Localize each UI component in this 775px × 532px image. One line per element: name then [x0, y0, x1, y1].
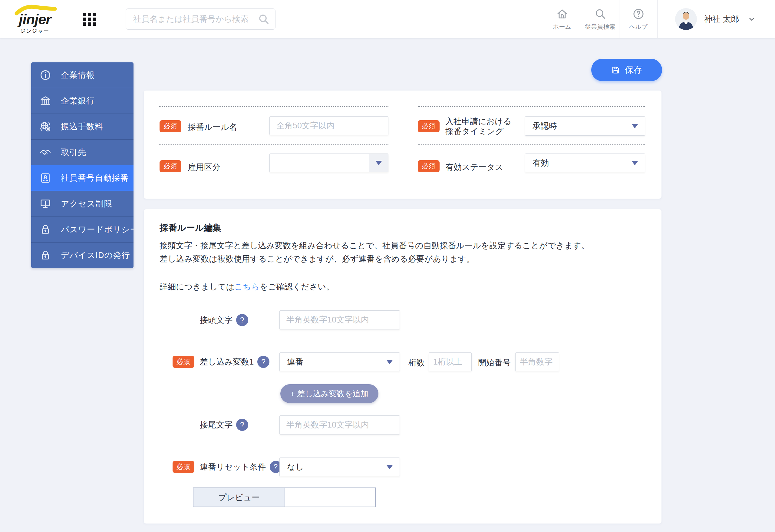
variable1-select[interactable]: 連番	[279, 353, 400, 371]
prefix-label: 接頭文字	[200, 315, 232, 326]
variable1-label-row: 差し込み変数1 ?	[200, 356, 269, 368]
sidebar-item-label: 企業銀行	[61, 95, 95, 106]
help-icon[interactable]: ?	[236, 314, 248, 326]
sidebar-item-label: 企業情報	[61, 70, 95, 80]
timing-label-line1: 入社申請における	[445, 117, 512, 126]
search-icon	[594, 8, 607, 20]
nav-help-button[interactable]: ヘルプ	[619, 0, 657, 38]
chevron-down-icon	[748, 15, 756, 23]
start-number-label: 開始番号	[478, 357, 511, 368]
rule-name-label: 採番ルール名	[188, 122, 237, 133]
dropdown-arrow-icon	[375, 161, 382, 165]
employment-type-select[interactable]	[269, 153, 389, 172]
sidebar-item-label: 振込手数料	[61, 121, 103, 132]
sidebar-item-access-restriction[interactable]: アクセス制限	[31, 191, 133, 216]
variable1-label: 差し込み変数1	[200, 356, 254, 367]
save-icon	[611, 65, 620, 75]
nav-employee-search-button[interactable]: 従業員検索	[581, 0, 619, 38]
preview-table: プレビュー	[193, 488, 376, 507]
required-badge: 必須	[159, 120, 181, 132]
jinjer-logo[interactable]: jinjer ジンジャー	[0, 0, 70, 38]
lock-icon	[39, 249, 52, 261]
help-icon[interactable]: ?	[257, 356, 269, 368]
employee-search-input[interactable]	[133, 14, 258, 24]
detail-prefix-text: 詳細につきましては	[159, 282, 234, 291]
digits-input[interactable]	[429, 353, 472, 371]
sidebar-item-company-bank[interactable]: 企業銀行	[31, 88, 133, 113]
home-icon	[556, 8, 569, 20]
app-root: jinjer ジンジャー ホーム	[0, 0, 775, 532]
sidebar-item-label: 取引先	[61, 147, 86, 158]
save-button-label: 保存	[625, 64, 642, 76]
sidebar-item-label: デバイスIDの発行	[61, 250, 130, 261]
dotted-divider	[418, 144, 645, 145]
suffix-label: 接尾文字	[200, 419, 232, 430]
sidebar-item-business-partners[interactable]: 取引先	[31, 139, 133, 165]
timing-select-value: 承認時	[525, 120, 632, 131]
nav-home-button[interactable]: ホーム	[543, 0, 581, 38]
required-badge: 必須	[172, 461, 194, 473]
add-variable-button[interactable]: + 差し込み変数を追加	[280, 384, 378, 403]
sidebar-item-employee-number-auto-numbering[interactable]: 社員番号自動採番	[31, 165, 133, 191]
dropdown-arrow-icon	[386, 465, 393, 469]
variable1-select-value: 連番	[280, 356, 386, 367]
search-icon[interactable]	[258, 13, 270, 25]
help-icon[interactable]: ?	[236, 419, 248, 431]
rule-editor-card: 採番ルール編集 接頭文字・接尾文字と差し込み変数を組み合わせることで、社員番号の…	[144, 209, 662, 524]
dotted-divider	[159, 144, 389, 145]
prefix-label-row: 接頭文字 ?	[200, 314, 248, 326]
header-nav: ホーム 従業員検索 ヘルプ	[543, 0, 657, 38]
dropdown-arrow-icon	[632, 161, 638, 165]
reset-condition-select[interactable]: なし	[279, 458, 400, 476]
required-badge: 必須	[418, 160, 440, 172]
editor-description-line1: 接頭文字・接尾文字と差し込み変数を組み合わせることで、社員番号の自動採番ルールを…	[159, 239, 589, 252]
prefix-input[interactable]	[279, 310, 400, 330]
id-card-icon	[39, 172, 52, 184]
editor-description-line2: 差し込み変数は複数使用することができますが、必ず連番を含める必要があります。	[159, 252, 589, 265]
rule-basics-card: 必須 採番ルール名 必須 入社申請における 採番タイミング 承認時 必須 雇用区…	[144, 90, 662, 199]
employment-type-label: 雇用区分	[188, 162, 220, 172]
app-menu-button[interactable]	[70, 0, 109, 38]
detail-link[interactable]: こちら	[234, 282, 259, 291]
detail-suffix-text: をご確認ください。	[259, 282, 334, 291]
required-badge: 必須	[159, 160, 181, 172]
brand-subtitle: ジンジャー	[20, 28, 50, 34]
status-select[interactable]: 有効	[525, 153, 645, 172]
nav-help-label: ヘルプ	[629, 23, 648, 31]
bank-icon	[39, 95, 52, 107]
monitor-alert-icon	[39, 198, 52, 210]
timing-label: 入社申請における 採番タイミング	[445, 117, 512, 136]
user-name: 神社 太郎	[704, 14, 739, 25]
lock-icon	[39, 223, 52, 235]
suffix-input[interactable]	[279, 415, 400, 435]
avatar	[675, 8, 697, 30]
start-number-input[interactable]	[515, 353, 559, 371]
status-label: 有効ステータス	[445, 162, 504, 172]
help-icon	[632, 8, 645, 20]
reset-condition-select-value: なし	[280, 461, 386, 472]
save-button[interactable]: 保存	[591, 59, 662, 81]
timing-label-line2: 採番タイミング	[445, 126, 512, 136]
employee-search-box[interactable]	[126, 8, 275, 30]
rule-name-input[interactable]	[269, 116, 389, 135]
dropdown-arrow-area	[369, 154, 388, 172]
sidebar-item-transfer-fee[interactable]: 振込手数料	[31, 113, 133, 139]
sidebar-item-company-info[interactable]: 企業情報	[31, 62, 133, 88]
required-badge: 必須	[418, 120, 440, 132]
nav-home-label: ホーム	[553, 23, 571, 31]
sidebar-item-device-id-issue[interactable]: デバイスIDの発行	[31, 242, 133, 268]
sidebar-item-label: アクセス制限	[61, 198, 113, 209]
settings-sidebar: 企業情報 企業銀行 振込手数料	[31, 62, 133, 268]
nav-employee-search-label: 従業員検索	[585, 23, 616, 31]
digits-label: 桁数	[409, 357, 425, 368]
preview-label-cell: プレビュー	[193, 488, 285, 507]
timing-select[interactable]: 承認時	[525, 116, 645, 136]
suffix-label-row: 接尾文字 ?	[200, 419, 248, 431]
sidebar-item-password-policy[interactable]: パスワードポリシー	[31, 216, 133, 242]
sidebar-item-label: 社員番号自動採番	[61, 172, 129, 183]
reset-condition-label-row: 連番リセット条件 ?	[200, 461, 282, 473]
reset-condition-label: 連番リセット条件	[200, 461, 266, 472]
editor-detail-line: 詳細につきましてはこちらをご確認ください。	[159, 281, 334, 292]
currency-exchange-icon	[39, 120, 52, 133]
user-menu[interactable]: 神社 太郎	[657, 0, 775, 38]
